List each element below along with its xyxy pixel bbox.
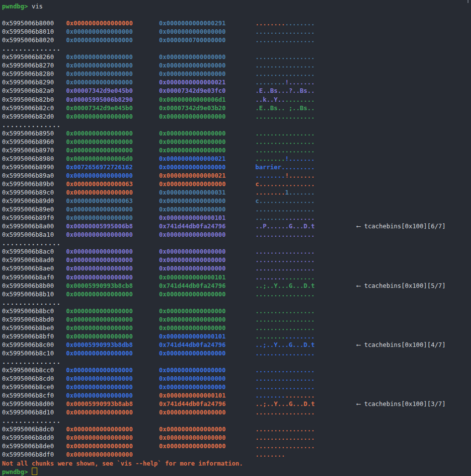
qword-value: 0x0000000000000101 bbox=[159, 273, 226, 281]
ascii-half: ..;..Y.. bbox=[255, 400, 285, 408]
address-cell: 0x5995006b8c00 bbox=[2, 340, 54, 349]
ascii-cell: ................ bbox=[255, 374, 314, 383]
ascii-cell: ........1....... bbox=[255, 188, 314, 197]
qword-value: 0x0000000000000031 bbox=[159, 188, 226, 197]
qword-value: 0x0000000000000000 bbox=[66, 290, 133, 298]
ascii-cell: ................ bbox=[255, 19, 314, 27]
ascii-half: ........ bbox=[255, 333, 285, 340]
ascii-half: ........ bbox=[285, 375, 315, 382]
ascii-cell: c............... bbox=[255, 197, 314, 205]
ascii-cell: ................ bbox=[255, 230, 314, 239]
address-cell: 0x5995006b8de0 bbox=[2, 442, 54, 450]
address-cell: 0x5995006b89b0 bbox=[2, 180, 54, 188]
qword-value: 0x0000000000000000 bbox=[66, 188, 133, 197]
qword-value: 0x0000000000000000 bbox=[66, 213, 133, 222]
prompt-label: pwndbg> bbox=[0, 2, 28, 10]
ascii-cell: c............... bbox=[255, 180, 314, 188]
qword-value: 0x00000000000006d1 bbox=[159, 95, 226, 104]
terminal[interactable]: pwndbg> vis 0x5995006b80000x000000000000… bbox=[0, 0, 471, 476]
memory-row: 0x5995006b8ad00x00000000000000000x000000… bbox=[0, 256, 471, 264]
scrollbar-thumb[interactable] bbox=[468, 0, 469, 3]
memory-row: 0x5995006b8af00x00000000000000000x000000… bbox=[0, 273, 471, 281]
qword-value: 0x0000000000000000 bbox=[159, 137, 226, 146]
address-cell: 0x5995006b89f0 bbox=[2, 213, 54, 222]
ascii-half: ..;..Y.. bbox=[255, 282, 285, 289]
ascii-cell: ................ bbox=[255, 61, 314, 69]
ascii-half: ........ bbox=[255, 383, 285, 391]
memory-row: 0x5995006b8bc00x00000000000000000x000000… bbox=[0, 307, 471, 315]
memory-row: 0x5995006b82800x00000000000000000x000000… bbox=[0, 69, 471, 78]
memory-row: 0x5995006b89700x00000000000000000x000000… bbox=[0, 146, 471, 154]
memory-row: 0x5995006b89800x00000000000006d00x000000… bbox=[0, 154, 471, 163]
ascii-cell: ................ bbox=[255, 112, 314, 121]
ascii-cell: ..k..Y.......... bbox=[255, 95, 314, 104]
qword-value: 0x0000000000000000 bbox=[159, 197, 226, 205]
address-cell: 0x5995006b89e0 bbox=[2, 205, 54, 213]
memory-row: 0x5995006b8cf00x00000000000000000x000000… bbox=[0, 391, 471, 400]
ascii-half: ........ bbox=[285, 214, 315, 221]
qword-value: 0x0000000000000000 bbox=[159, 324, 226, 332]
ascii-half: ........ bbox=[285, 62, 315, 69]
qword-value: 0x00007342d9e045b0 bbox=[66, 104, 133, 112]
terminal-rows: 0x5995006b80000x00000000000000000x000000… bbox=[0, 19, 471, 476]
footer-message-row: Not all chunks were shown, see `vis --he… bbox=[0, 459, 471, 468]
ascii-half: ........ bbox=[285, 197, 315, 204]
ascii-cell: barrier......... bbox=[255, 163, 314, 171]
qword-value: 0x0000000000000000 bbox=[159, 374, 226, 383]
ascii-cell: ................ bbox=[255, 290, 314, 298]
command-text: vis bbox=[32, 2, 43, 10]
qword-value: 0x0000000000000000 bbox=[159, 61, 226, 69]
address-cell: 0x5995006b8dc0 bbox=[2, 425, 54, 433]
address-cell: 0x5995006b8970 bbox=[2, 146, 54, 154]
ascii-half: .G...D.t bbox=[285, 400, 315, 408]
ascii-half: !....... bbox=[285, 155, 315, 162]
address-cell: 0x5995006b8a00 bbox=[2, 222, 54, 230]
qword-value: 0x0000000000000000 bbox=[66, 383, 133, 391]
terminal-cursor[interactable] bbox=[32, 468, 37, 475]
memory-row: 0x5995006b89b00x00000000000000630x000000… bbox=[0, 180, 471, 188]
footer-message: Not all chunks were shown, see `vis --he… bbox=[0, 460, 243, 467]
qword-value: 0x0000000000000000 bbox=[159, 53, 226, 61]
qword-value: 0x0000000000000101 bbox=[159, 391, 226, 400]
ascii-cell: ........!....... bbox=[255, 154, 314, 163]
memory-row: 0x5995006b82d00x00000000000000000x000000… bbox=[0, 112, 471, 121]
qword-value: 0x0000000000000021 bbox=[159, 78, 226, 86]
ascii-cell: ................ bbox=[255, 256, 314, 264]
qword-value: 0x0072656972726162 bbox=[66, 163, 133, 171]
ascii-half: ........ bbox=[255, 53, 285, 61]
ascii-half: ........ bbox=[285, 36, 315, 44]
memory-row: 0x5995006b8ae00x00000000000000000x000000… bbox=[0, 264, 471, 272]
qword-value: 0x0000000000000000 bbox=[159, 425, 226, 433]
ascii-half: ........ bbox=[255, 375, 285, 382]
ascii-cell: ................ bbox=[255, 307, 314, 315]
ascii-half: ........ bbox=[255, 113, 285, 120]
ascii-cell: ................ bbox=[255, 53, 314, 61]
qword-value: 0x0000000000000000 bbox=[66, 442, 133, 450]
qword-value: 0x0000000000000000 bbox=[66, 433, 133, 442]
address-cell: 0x5995006b8960 bbox=[2, 137, 54, 146]
memory-row: 0x5995006b89d00x00000000000000630x000000… bbox=[0, 197, 471, 205]
ascii-half: ........ bbox=[285, 113, 315, 120]
ascii-half: ........ bbox=[255, 290, 285, 298]
qword-value: 0x0000000000000000 bbox=[66, 374, 133, 383]
ascii-half: ..k..Y.. bbox=[255, 96, 285, 103]
ascii-half: ........ bbox=[255, 442, 285, 450]
qword-value: 0x0000000000000000 bbox=[66, 324, 133, 332]
ascii-cell: ................ bbox=[255, 137, 314, 146]
ascii-half: c....... bbox=[255, 180, 285, 188]
memory-row: 0x5995006b82900x00000000000000000x000000… bbox=[0, 78, 471, 86]
ascii-cell: ................ bbox=[255, 205, 314, 213]
address-cell: 0x5995006b89a0 bbox=[2, 171, 54, 180]
memory-row: 0x5995006b8d000x00005990993b8ab80x741d44… bbox=[0, 400, 471, 408]
qword-value: 0x741d44db0fa24796 bbox=[159, 400, 226, 408]
address-cell: 0x5995006b8bf0 bbox=[2, 332, 54, 340]
address-cell: 0x5995006b82b0 bbox=[2, 95, 54, 104]
qword-value: 0x0000000000000000 bbox=[159, 408, 226, 416]
ascii-half: ........ bbox=[285, 265, 315, 272]
ascii-half: ..P..... bbox=[255, 222, 285, 230]
memory-row: 0x5995006b8a100x00000000000000000x000000… bbox=[0, 230, 471, 239]
qword-value: 0x0000000000000000 bbox=[66, 78, 133, 86]
qword-value: 0x0000000000000000 bbox=[66, 408, 133, 416]
ascii-cell: ........ bbox=[255, 450, 285, 459]
address-cell: 0x5995006b8d10 bbox=[2, 408, 54, 416]
